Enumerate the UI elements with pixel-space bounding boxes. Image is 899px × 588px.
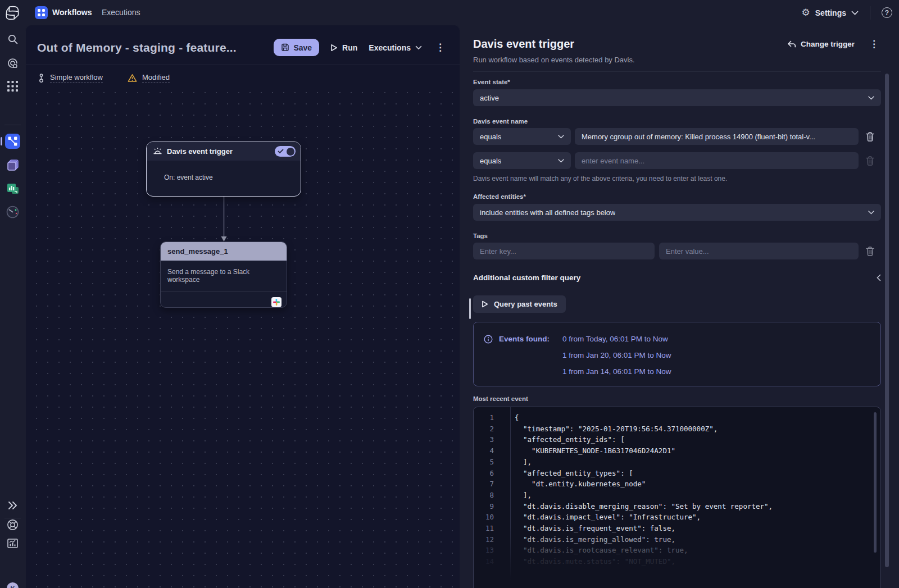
trigger-node-title: Davis event trigger — [167, 147, 233, 156]
event-state-value: active — [480, 94, 499, 102]
affected-entities-select[interactable]: include entities with all defined tags b… — [473, 204, 881, 221]
event-name-operator-select[interactable]: equals — [473, 152, 571, 169]
query-past-events-button[interactable]: Query past events — [473, 295, 566, 313]
panel-description: Run workflow based on events detected by… — [473, 56, 881, 64]
edge-connector — [220, 197, 228, 243]
topbar-tab-workflows[interactable]: Workflows — [52, 8, 92, 17]
play-icon — [482, 300, 488, 308]
code-line: 2 "timestamp": "2025-01-20T19:56:54.3710… — [474, 423, 880, 435]
event-name-operator-select[interactable]: equals — [473, 128, 571, 145]
change-trigger-button[interactable]: Change trigger — [787, 40, 855, 48]
topbar-tab-executions[interactable]: Executions — [102, 8, 140, 17]
settings-menu[interactable]: ⚙ Settings — [802, 8, 859, 17]
event-state-select[interactable]: active — [473, 89, 881, 106]
apps-grid-icon[interactable] — [6, 79, 20, 93]
panel-title: Davis event trigger — [473, 38, 574, 51]
executions-dropdown[interactable]: Executions — [369, 43, 422, 52]
save-floppy-icon — [281, 43, 289, 52]
help-icon[interactable]: ? — [882, 7, 892, 18]
change-trigger-label: Change trigger — [801, 40, 855, 48]
code-line: 14 "dt.davis.mute.status": "NOT_MUTED", — [474, 556, 880, 567]
support-lifebuoy-icon[interactable] — [6, 517, 20, 532]
rail-item-analytics-icon[interactable] — [6, 181, 20, 196]
code-lines: 1{2 "timestamp": "2025-01-20T19:56:54.37… — [474, 412, 880, 567]
settings-label: Settings — [815, 8, 846, 17]
tag-key-input[interactable] — [473, 243, 655, 259]
user-avatar[interactable]: K — [7, 582, 19, 588]
event-name-input[interactable] — [575, 128, 859, 145]
code-scrollbar[interactable] — [874, 412, 877, 553]
code-line: 1{ — [474, 412, 880, 423]
trash-icon[interactable] — [866, 247, 874, 256]
chevron-down-icon — [851, 11, 859, 15]
panel-scrollbar[interactable] — [885, 74, 889, 567]
rail-item-hub-icon[interactable] — [6, 158, 20, 172]
trash-icon-disabled — [866, 156, 874, 166]
left-rail: K — [0, 25, 25, 588]
canvas-header: Out of Memory - staging - feature... Sav… — [26, 25, 460, 56]
dynatrace-logo-icon[interactable] — [5, 6, 20, 20]
slack-icon — [271, 297, 281, 307]
modified-badge[interactable]: Modified — [128, 73, 170, 83]
trigger-node[interactable]: Davis event trigger On: event active — [146, 142, 301, 197]
gear-icon: ⚙ — [802, 8, 810, 17]
workflow-nodes-icon — [38, 74, 45, 83]
code-line: 13 "dt.davis.is_rootcause_relevant": tru… — [474, 545, 880, 556]
operator-value: equals — [480, 157, 501, 165]
trigger-config-panel: Davis event trigger Change trigger ⋮ Run… — [461, 25, 899, 588]
code-line: 5 ], — [474, 457, 880, 468]
toggle-knob — [287, 148, 294, 156]
code-line: 11 "dt.davis.is_frequent_event": false, — [474, 523, 880, 534]
expand-rail-icon[interactable] — [6, 498, 20, 513]
davis-event-name-label: Davis event name — [473, 118, 881, 125]
events-found-result: 1 from Jan 20, 06:01 PM to Now — [562, 347, 671, 363]
simple-workflow-badge[interactable]: Simple workflow — [38, 73, 103, 83]
code-line: 7 "dt.entity.kubernetes_node" — [474, 478, 880, 490]
chevron-down-icon — [558, 135, 564, 139]
action-node[interactable]: send_message_1 Send a message to a Slack… — [160, 241, 287, 308]
trash-icon[interactable] — [866, 132, 874, 142]
custom-filter-section[interactable]: Additional custom filter query — [473, 274, 881, 282]
workflow-canvas[interactable]: Out of Memory - staging - feature... Sav… — [26, 25, 460, 588]
info-icon — [484, 335, 493, 344]
trigger-node-meta: On: event active — [147, 161, 301, 181]
chevron-down-icon — [415, 45, 422, 50]
check-icon — [278, 149, 284, 154]
search-icon[interactable] — [6, 32, 20, 47]
dashboards-icon[interactable] — [6, 536, 20, 550]
panel-resize-handle[interactable] — [469, 298, 471, 319]
code-line: 10 "dt.davis.impact_level": "Infrastruct… — [474, 512, 880, 523]
rail-item-gauge-icon[interactable] — [6, 204, 20, 219]
code-line: 12 "dt.davis.is_merging_allowed": true, — [474, 534, 880, 545]
copilot-icon[interactable] — [6, 56, 20, 70]
topbar: Workflows Executions ⚙ Settings ? — [0, 0, 899, 25]
custom-filter-label: Additional custom filter query — [473, 274, 580, 282]
affected-entities-value: include entities with all defined tags b… — [480, 208, 615, 217]
panel-more-options-icon[interactable]: ⋮ — [867, 38, 881, 50]
run-button[interactable]: Run — [330, 43, 357, 52]
code-line: 3 "affected_entity_ids": [ — [474, 434, 880, 445]
most-recent-event-editor[interactable]: 1{2 "timestamp": "2025-01-20T19:56:54.37… — [473, 407, 881, 588]
save-button[interactable]: Save — [274, 39, 319, 56]
event-state-label: Event state* — [473, 79, 881, 85]
tags-row — [473, 243, 881, 259]
workflow-title[interactable]: Out of Memory - staging - feature... — [37, 41, 237, 54]
tag-value-input[interactable] — [659, 243, 859, 259]
chevron-left-icon[interactable] — [877, 274, 881, 281]
code-line: 8 ], — [474, 490, 880, 501]
rail-item-clouds-icon[interactable] — [6, 133, 20, 147]
trigger-enabled-toggle[interactable] — [275, 146, 296, 157]
event-name-row: equals — [473, 152, 881, 169]
tags-label: Tags — [473, 233, 881, 239]
active-indicator — [1, 137, 2, 145]
code-line: 4 "KUBERNETES_NODE-1B6317046D24A2D1" — [474, 445, 880, 457]
workflows-app-icon[interactable] — [35, 6, 48, 19]
code-line: 6 "affected_entity_types": [ — [474, 468, 880, 479]
more-options-icon[interactable]: ⋮ — [433, 42, 447, 53]
events-found-result: 0 from Today, 06:01 PM to Now — [562, 331, 671, 347]
davis-event-icon — [153, 147, 162, 156]
event-name-input[interactable] — [575, 152, 859, 169]
event-name-row: equals — [473, 128, 881, 145]
query-past-events-label: Query past events — [494, 300, 557, 308]
warning-icon — [128, 74, 137, 83]
